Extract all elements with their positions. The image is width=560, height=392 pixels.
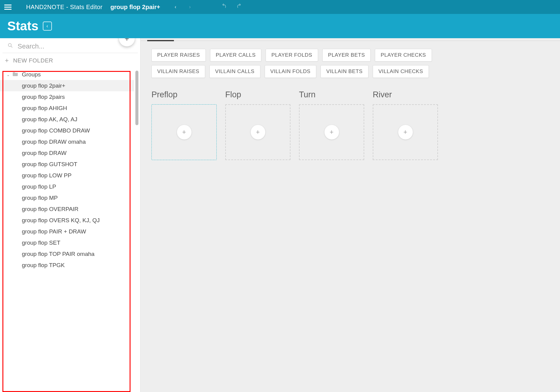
tab-groups[interactable]: GROUPS (344, 38, 370, 41)
tree-item[interactable]: group flop MP (0, 192, 134, 203)
tree-item[interactable]: group flop TOP PAIR omaha (0, 248, 134, 260)
tree-item[interactable]: group flop AK, AQ, AJ (0, 114, 134, 125)
tree-item[interactable]: group flop 2pair+ (0, 80, 134, 91)
action-chip[interactable]: VILLAIN RAISES (151, 65, 205, 78)
tree-item[interactable]: group flop LOW PP (0, 170, 134, 181)
tree-item[interactable]: group flop DRAW (0, 147, 134, 159)
scrollbar-thumb[interactable] (135, 71, 138, 125)
add-action-button[interactable]: + (251, 125, 265, 139)
tab-action[interactable]: ACTION (149, 38, 172, 41)
tab-preflop[interactable]: PREFLOP (255, 38, 283, 41)
tree-item-label: group flop MP (22, 195, 58, 201)
street-flop: Flop+ (225, 90, 290, 160)
tree-item-label: group flop TPGK (22, 262, 65, 269)
tree-item-label: group flop SET (22, 240, 60, 246)
tree-root-label: Groups (22, 71, 41, 78)
action-chip-area: PLAYER RAISESPLAYER CALLSPLAYER FOLDSPLA… (141, 41, 560, 84)
tree-item[interactable]: group flop SET (0, 237, 134, 248)
tree-item-label: group flop OVERS KQ, KJ, QJ (22, 217, 100, 224)
tree-item-label: group flop DRAW (22, 150, 66, 156)
tab-hand-strength[interactable]: HAND STRENGTH (187, 38, 240, 41)
svg-point-0 (8, 43, 11, 46)
street-title: Flop (225, 90, 290, 99)
plus-icon: + (5, 57, 9, 65)
street-dropzone[interactable]: + (225, 104, 290, 160)
action-chip[interactable]: PLAYER RAISES (151, 49, 206, 62)
new-folder-button[interactable]: + NEW FOLDER (0, 53, 140, 68)
chevron-down-icon: ⌃ (5, 72, 10, 77)
tree-item-label: group flop AHIGH (22, 105, 67, 112)
nav-forward-icon: › (187, 3, 192, 11)
tree-item-label: group flop LP (22, 183, 56, 190)
sidebar: + NEW FOLDER ⌃Groupsgroup flop 2pair+gro… (0, 38, 140, 392)
tree-item[interactable]: group flop OVERPAIR (0, 203, 134, 215)
action-chip[interactable]: VILLAIN CHECKS (373, 65, 429, 78)
chip-row: VILLAIN RAISESVILLAIN CALLSVILLAIN FOLDS… (151, 65, 552, 78)
street-title: River (373, 90, 438, 99)
tree-item-label: group flop LOW PP (22, 172, 72, 179)
main-area: + + NEW FOLDER ⌃Groupsgroup flop 2pair+g… (0, 38, 560, 392)
street-river: River+ (373, 90, 438, 160)
chip-row: PLAYER RAISESPLAYER CALLSPLAYER FOLDSPLA… (151, 49, 552, 62)
tree-item-label: group flop 2pair+ (22, 82, 65, 89)
collapse-sidebar-button[interactable]: ‹ (43, 22, 52, 31)
action-chip[interactable]: VILLAIN BETS (321, 65, 368, 78)
tree-item-label: group flop 2pairs (22, 94, 65, 100)
tree-item[interactable]: group flop OVERS KQ, KJ, QJ (0, 215, 134, 226)
undo-icon[interactable] (220, 3, 227, 11)
tree-item-label: group flop TOP PAIR omaha (22, 251, 94, 257)
tree-item-label: group flop GUTSHOT (22, 161, 77, 168)
document-title: group flop 2pair+ (110, 4, 160, 11)
street-dropzone[interactable]: + (299, 104, 364, 160)
action-chip[interactable]: VILLAIN FOLDS (265, 65, 317, 78)
action-chip[interactable]: VILLAIN CALLS (209, 65, 260, 78)
tree-item[interactable]: group flop DRAW omaha (0, 136, 134, 147)
stats-header: Stats ‹ (0, 14, 560, 38)
content-panel: ACTIONHAND STRENGTHPREFLOPBET SIZINGGROU… (140, 38, 560, 392)
folder-icon (13, 71, 18, 78)
tree-item-label: group flop PAIR + DRAW (22, 228, 86, 235)
street-dropzone[interactable]: + (373, 104, 438, 160)
tree-item[interactable]: group flop 2pairs (0, 91, 134, 102)
title-bar: HAND2NOTE - Stats Editor group flop 2pai… (0, 0, 560, 14)
tree-item-label: group flop COMBO DRAW (22, 127, 90, 134)
action-chip[interactable]: PLAYER CALLS (210, 49, 262, 62)
redo-icon[interactable] (236, 3, 243, 11)
street-title: Turn (299, 90, 364, 99)
tree-root-groups[interactable]: ⌃Groups (0, 69, 134, 80)
tab-bar: ACTIONHAND STRENGTHPREFLOPBET SIZINGGROU… (141, 38, 560, 41)
tree-item[interactable]: group flop GUTSHOT (0, 159, 134, 170)
tree-item-label: group flop DRAW omaha (22, 139, 86, 145)
add-action-button[interactable]: + (177, 125, 192, 139)
tree-item[interactable]: group flop AHIGH (0, 102, 134, 114)
folder-tree: ⌃Groupsgroup flop 2pair+group flop 2pair… (0, 68, 140, 392)
search-icon (7, 42, 13, 50)
street-dropzone[interactable]: + (151, 104, 217, 160)
street-title: Preflop (151, 90, 217, 99)
hamburger-menu-icon[interactable] (2, 3, 13, 12)
tree-item-label: group flop AK, AQ, AJ (22, 116, 77, 123)
street-columns: Preflop+Flop+Turn+River+ (141, 84, 560, 166)
add-action-button[interactable]: + (398, 125, 413, 139)
tree-item[interactable]: group flop TPGK (0, 260, 134, 271)
tree-item-label: group flop OVERPAIR (22, 206, 79, 213)
tree-item[interactable]: group flop COMBO DRAW (0, 125, 134, 136)
tree-item[interactable]: group flop LP (0, 181, 134, 192)
add-action-button[interactable]: + (324, 125, 339, 139)
svg-line-1 (11, 46, 12, 48)
search-input[interactable] (18, 42, 133, 50)
street-preflop: Preflop+ (151, 90, 217, 160)
nav-back-icon[interactable]: ‹ (173, 3, 178, 11)
action-chip[interactable]: PLAYER BETS (322, 49, 371, 62)
action-chip[interactable]: PLAYER CHECKS (375, 49, 432, 62)
search-row (2, 38, 138, 53)
new-folder-label: NEW FOLDER (13, 57, 53, 64)
street-turn: Turn+ (299, 90, 364, 160)
stats-title: Stats (7, 19, 39, 33)
action-chip[interactable]: PLAYER FOLDS (266, 49, 318, 62)
tab-bet-sizing[interactable]: BET SIZING (297, 38, 330, 41)
tree-item[interactable]: group flop PAIR + DRAW (0, 226, 134, 237)
app-title: HAND2NOTE - Stats Editor (26, 4, 103, 11)
